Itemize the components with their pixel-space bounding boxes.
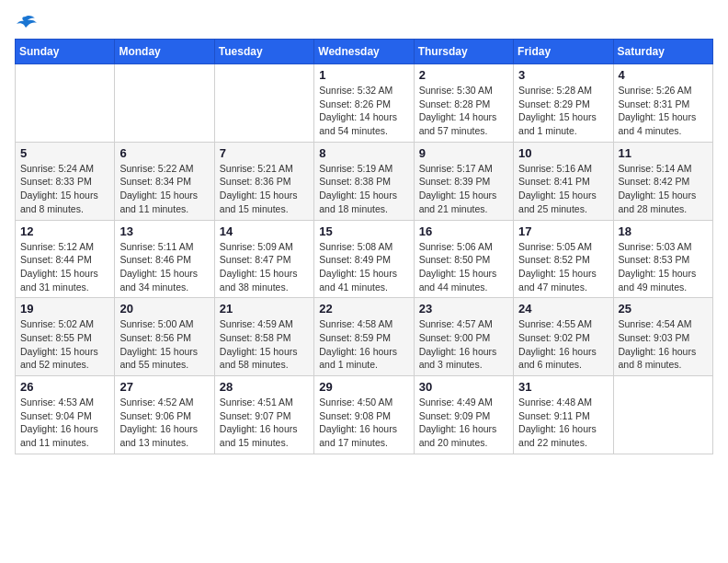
- calendar-cell: 30Sunrise: 4:49 AM Sunset: 9:09 PM Dayli…: [414, 376, 513, 454]
- calendar-cell: 12Sunrise: 5:12 AM Sunset: 8:44 PM Dayli…: [16, 220, 115, 298]
- day-info: Sunrise: 5:28 AM Sunset: 8:29 PM Dayligh…: [518, 84, 608, 138]
- day-number: 17: [518, 224, 608, 238]
- calendar-cell: 28Sunrise: 4:51 AM Sunset: 9:07 PM Dayli…: [214, 376, 313, 454]
- calendar-cell: 14Sunrise: 5:09 AM Sunset: 8:47 PM Dayli…: [214, 220, 313, 298]
- calendar-cell: 19Sunrise: 5:02 AM Sunset: 8:55 PM Dayli…: [16, 298, 115, 376]
- day-info: Sunrise: 5:08 AM Sunset: 8:49 PM Dayligh…: [319, 240, 408, 294]
- day-info: Sunrise: 5:11 AM Sunset: 8:46 PM Dayligh…: [119, 240, 209, 294]
- day-info: Sunrise: 4:59 AM Sunset: 8:58 PM Dayligh…: [220, 317, 309, 372]
- calendar-cell: 21Sunrise: 4:59 AM Sunset: 8:58 PM Dayli…: [214, 298, 313, 376]
- day-number: 6: [119, 146, 209, 160]
- calendar-cell: 6Sunrise: 5:22 AM Sunset: 8:34 PM Daylig…: [115, 142, 214, 220]
- day-number: 29: [319, 380, 408, 394]
- day-info: Sunrise: 4:51 AM Sunset: 9:07 PM Dayligh…: [220, 396, 309, 450]
- calendar-cell: 3Sunrise: 5:28 AM Sunset: 8:29 PM Daylig…: [514, 64, 613, 143]
- calendar-cell: [613, 376, 712, 454]
- calendar-header-row: SundayMondayTuesdayWednesdayThursdayFrid…: [16, 40, 713, 64]
- day-info: Sunrise: 5:05 AM Sunset: 8:52 PM Dayligh…: [518, 240, 608, 294]
- day-info: Sunrise: 5:09 AM Sunset: 8:47 PM Dayligh…: [220, 240, 309, 294]
- calendar-week-row: 19Sunrise: 5:02 AM Sunset: 8:55 PM Dayli…: [16, 298, 713, 376]
- day-info: Sunrise: 5:03 AM Sunset: 8:53 PM Dayligh…: [619, 240, 708, 294]
- day-number: 19: [20, 302, 109, 316]
- day-number: 28: [220, 380, 309, 394]
- page-header: [15, 15, 713, 31]
- calendar-cell: 10Sunrise: 5:16 AM Sunset: 8:41 PM Dayli…: [514, 142, 613, 220]
- day-number: 23: [419, 302, 508, 316]
- calendar-cell: [16, 64, 115, 143]
- day-number: 8: [319, 146, 408, 160]
- logo: [15, 15, 37, 31]
- day-number: 18: [619, 224, 708, 238]
- calendar-cell: 24Sunrise: 4:55 AM Sunset: 9:02 PM Dayli…: [514, 298, 613, 376]
- day-info: Sunrise: 5:16 AM Sunset: 8:41 PM Dayligh…: [518, 162, 608, 216]
- day-number: 9: [419, 146, 508, 160]
- calendar-cell: [115, 64, 214, 143]
- day-number: 30: [419, 380, 508, 394]
- weekday-header-wednesday: Wednesday: [314, 40, 414, 64]
- calendar-cell: 17Sunrise: 5:05 AM Sunset: 8:52 PM Dayli…: [514, 220, 613, 298]
- day-info: Sunrise: 5:14 AM Sunset: 8:42 PM Dayligh…: [619, 162, 708, 216]
- day-info: Sunrise: 5:06 AM Sunset: 8:50 PM Dayligh…: [419, 240, 508, 294]
- calendar-table: SundayMondayTuesdayWednesdayThursdayFrid…: [15, 39, 713, 454]
- day-number: 2: [419, 68, 508, 82]
- calendar-cell: 11Sunrise: 5:14 AM Sunset: 8:42 PM Dayli…: [613, 142, 712, 220]
- calendar-cell: 31Sunrise: 4:48 AM Sunset: 9:11 PM Dayli…: [514, 376, 613, 454]
- day-info: Sunrise: 5:19 AM Sunset: 8:38 PM Dayligh…: [319, 162, 408, 216]
- day-info: Sunrise: 5:30 AM Sunset: 8:28 PM Dayligh…: [419, 84, 508, 138]
- weekday-header-monday: Monday: [115, 40, 214, 64]
- day-info: Sunrise: 5:26 AM Sunset: 8:31 PM Dayligh…: [619, 84, 708, 138]
- calendar-cell: [214, 64, 313, 143]
- day-info: Sunrise: 5:24 AM Sunset: 8:33 PM Dayligh…: [20, 162, 109, 216]
- day-info: Sunrise: 5:17 AM Sunset: 8:39 PM Dayligh…: [419, 162, 508, 216]
- day-number: 3: [518, 68, 608, 82]
- day-info: Sunrise: 5:00 AM Sunset: 8:56 PM Dayligh…: [119, 317, 209, 372]
- day-number: 25: [619, 302, 708, 316]
- calendar-cell: 18Sunrise: 5:03 AM Sunset: 8:53 PM Dayli…: [613, 220, 712, 298]
- weekday-header-friday: Friday: [514, 40, 613, 64]
- day-number: 27: [119, 380, 209, 394]
- day-number: 31: [518, 380, 608, 394]
- day-number: 21: [220, 302, 309, 316]
- day-number: 22: [319, 302, 408, 316]
- calendar-cell: 16Sunrise: 5:06 AM Sunset: 8:50 PM Dayli…: [414, 220, 513, 298]
- day-info: Sunrise: 5:21 AM Sunset: 8:36 PM Dayligh…: [220, 162, 309, 216]
- logo-bird-icon: [17, 15, 37, 31]
- day-number: 24: [518, 302, 608, 316]
- calendar-cell: 2Sunrise: 5:30 AM Sunset: 8:28 PM Daylig…: [414, 64, 513, 143]
- weekday-header-sunday: Sunday: [16, 40, 115, 64]
- calendar-cell: 9Sunrise: 5:17 AM Sunset: 8:39 PM Daylig…: [414, 142, 513, 220]
- weekday-header-thursday: Thursday: [414, 40, 513, 64]
- day-number: 7: [220, 146, 309, 160]
- day-info: Sunrise: 4:52 AM Sunset: 9:06 PM Dayligh…: [119, 396, 209, 450]
- calendar-cell: 29Sunrise: 4:50 AM Sunset: 9:08 PM Dayli…: [314, 376, 414, 454]
- day-info: Sunrise: 5:12 AM Sunset: 8:44 PM Dayligh…: [20, 240, 109, 294]
- day-info: Sunrise: 4:49 AM Sunset: 9:09 PM Dayligh…: [419, 396, 508, 450]
- calendar-cell: 26Sunrise: 4:53 AM Sunset: 9:04 PM Dayli…: [16, 376, 115, 454]
- calendar-cell: 7Sunrise: 5:21 AM Sunset: 8:36 PM Daylig…: [214, 142, 313, 220]
- day-info: Sunrise: 4:58 AM Sunset: 8:59 PM Dayligh…: [319, 317, 408, 372]
- calendar-week-row: 1Sunrise: 5:32 AM Sunset: 8:26 PM Daylig…: [16, 64, 713, 143]
- day-number: 11: [619, 146, 708, 160]
- day-number: 20: [119, 302, 209, 316]
- day-number: 5: [20, 146, 109, 160]
- calendar-cell: 22Sunrise: 4:58 AM Sunset: 8:59 PM Dayli…: [314, 298, 414, 376]
- day-info: Sunrise: 4:50 AM Sunset: 9:08 PM Dayligh…: [319, 396, 408, 450]
- day-number: 10: [518, 146, 608, 160]
- calendar-cell: 23Sunrise: 4:57 AM Sunset: 9:00 PM Dayli…: [414, 298, 513, 376]
- day-info: Sunrise: 4:53 AM Sunset: 9:04 PM Dayligh…: [20, 396, 109, 450]
- day-number: 12: [20, 224, 109, 238]
- day-number: 1: [319, 68, 408, 82]
- calendar-week-row: 5Sunrise: 5:24 AM Sunset: 8:33 PM Daylig…: [16, 142, 713, 220]
- calendar-week-row: 12Sunrise: 5:12 AM Sunset: 8:44 PM Dayli…: [16, 220, 713, 298]
- day-number: 13: [119, 224, 209, 238]
- day-info: Sunrise: 5:22 AM Sunset: 8:34 PM Dayligh…: [119, 162, 209, 216]
- calendar-cell: 13Sunrise: 5:11 AM Sunset: 8:46 PM Dayli…: [115, 220, 214, 298]
- calendar-cell: 20Sunrise: 5:00 AM Sunset: 8:56 PM Dayli…: [115, 298, 214, 376]
- calendar-cell: 1Sunrise: 5:32 AM Sunset: 8:26 PM Daylig…: [314, 64, 414, 143]
- day-info: Sunrise: 4:48 AM Sunset: 9:11 PM Dayligh…: [518, 396, 608, 450]
- weekday-header-saturday: Saturday: [613, 40, 712, 64]
- calendar-cell: 27Sunrise: 4:52 AM Sunset: 9:06 PM Dayli…: [115, 376, 214, 454]
- day-number: 16: [419, 224, 508, 238]
- calendar-cell: 4Sunrise: 5:26 AM Sunset: 8:31 PM Daylig…: [613, 64, 712, 143]
- day-number: 14: [220, 224, 309, 238]
